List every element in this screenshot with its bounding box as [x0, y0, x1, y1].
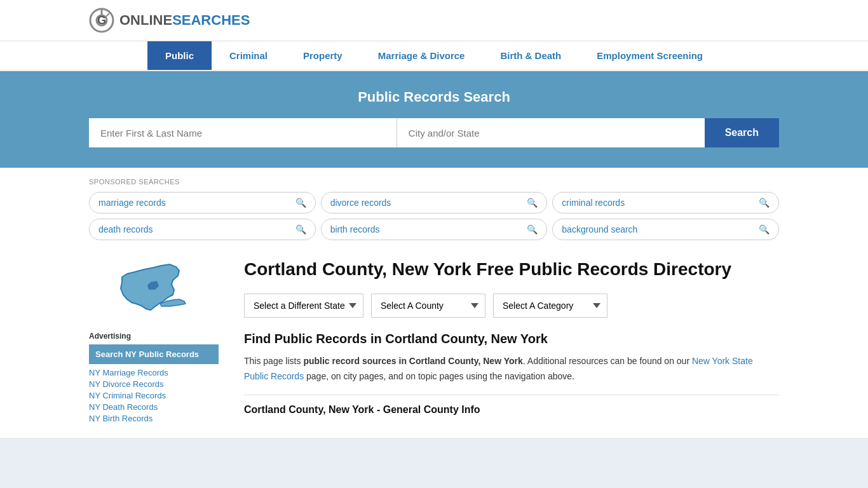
- state-dropdown[interactable]: Select a Different State: [244, 294, 363, 318]
- search-icon: 🔍: [527, 224, 538, 234]
- tag-birth-records[interactable]: birth records 🔍: [321, 219, 548, 240]
- search-icon: 🔍: [295, 224, 306, 234]
- tag-label: death records: [98, 224, 153, 234]
- tag-label: marriage records: [98, 198, 166, 208]
- find-text-bold: public record sources in Cortland County…: [303, 356, 522, 366]
- search-icon: 🔍: [295, 198, 306, 208]
- find-text-3: page, on city pages, and on topic pages …: [304, 371, 574, 381]
- search-icon: 🔍: [759, 224, 770, 234]
- nav-marriage-divorce[interactable]: Marriage & Divorce: [360, 41, 483, 70]
- search-bar: Search: [89, 118, 779, 147]
- sponsored-label: SPONSORED SEARCHES: [89, 178, 779, 186]
- tag-label: divorce records: [330, 198, 391, 208]
- logo: G ONLINESEARCHES: [89, 8, 250, 33]
- logo-icon: G: [89, 8, 114, 33]
- sidebar-link-death[interactable]: NY Death Records: [89, 402, 219, 412]
- nav-employment-screening[interactable]: Employment Screening: [579, 41, 721, 70]
- hero-title: Public Records Search: [89, 89, 779, 105]
- county-dropdown[interactable]: Select A County: [371, 294, 485, 318]
- search-button[interactable]: Search: [705, 118, 779, 147]
- tag-label: criminal records: [562, 198, 625, 208]
- advertising-label: Advertising: [89, 332, 219, 341]
- sidebar-link-divorce[interactable]: NY Divorce Records: [89, 379, 219, 389]
- sidebar-links: NY Marriage Records NY Divorce Records N…: [89, 368, 219, 423]
- search-icon: 🔍: [527, 198, 538, 208]
- location-input[interactable]: [397, 118, 705, 147]
- dropdown-row: Select a Different State Select A County…: [244, 294, 779, 318]
- header: G ONLINESEARCHES: [0, 0, 868, 41]
- search-icon: 🔍: [759, 198, 770, 208]
- nav-criminal[interactable]: Criminal: [212, 41, 285, 70]
- ny-state-map: [116, 258, 192, 322]
- main-content: Cortland County, New York Free Public Re…: [229, 245, 779, 438]
- nav-birth-death[interactable]: Birth & Death: [482, 41, 579, 70]
- logo-text: ONLINESEARCHES: [119, 12, 250, 29]
- search-tags: marriage records 🔍 divorce records 🔍 cri…: [89, 192, 779, 240]
- content-wrapper: Advertising Search NY Public Records NY …: [0, 245, 868, 438]
- tag-criminal-records[interactable]: criminal records 🔍: [552, 192, 779, 214]
- main-nav: Public Criminal Property Marriage & Divo…: [0, 41, 868, 71]
- nav-public[interactable]: Public: [147, 41, 212, 70]
- page-title: Cortland County, New York Free Public Re…: [244, 258, 779, 281]
- sidebar-link-criminal[interactable]: NY Criminal Records: [89, 391, 219, 400]
- tag-marriage-records[interactable]: marriage records 🔍: [89, 192, 316, 214]
- tag-death-records[interactable]: death records 🔍: [89, 219, 316, 240]
- find-records-heading: Find Public Records in Cortland County, …: [244, 332, 779, 346]
- sidebar-map: [89, 258, 219, 322]
- sidebar-ad-item[interactable]: Search NY Public Records: [89, 344, 219, 364]
- tag-label: background search: [562, 224, 637, 234]
- sidebar-link-birth[interactable]: NY Birth Records: [89, 414, 219, 423]
- category-dropdown[interactable]: Select A Category: [493, 294, 607, 318]
- nav-property[interactable]: Property: [285, 41, 360, 70]
- tag-divorce-records[interactable]: divorce records 🔍: [321, 192, 548, 214]
- tag-background-search[interactable]: background search 🔍: [552, 219, 779, 240]
- svg-text:G: G: [97, 14, 106, 27]
- find-records-text: This page lists public record sources in…: [244, 354, 779, 384]
- county-info-heading: Cortland County, New York - General Coun…: [244, 395, 779, 416]
- hero-banner: Public Records Search Search: [0, 71, 868, 168]
- sponsored-section: SPONSORED SEARCHES marriage records 🔍 di…: [0, 168, 868, 245]
- find-text-1: This page lists: [244, 356, 303, 366]
- sidebar-link-marriage[interactable]: NY Marriage Records: [89, 368, 219, 377]
- find-text-2: . Additional resources can be found on o…: [523, 356, 692, 366]
- name-input[interactable]: [89, 118, 397, 147]
- tag-label: birth records: [330, 224, 380, 234]
- sidebar: Advertising Search NY Public Records NY …: [89, 245, 229, 438]
